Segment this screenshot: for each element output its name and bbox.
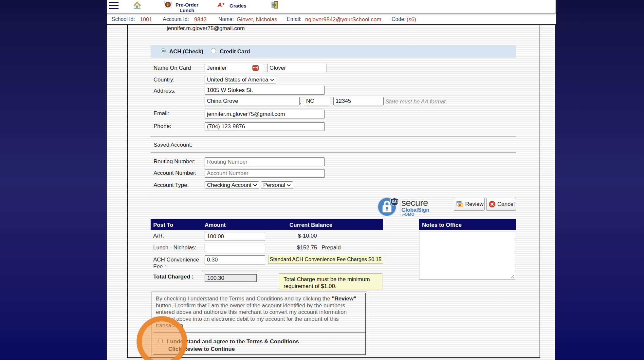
svg-text:SSL: SSL: [392, 200, 399, 204]
svg-text:GMO: GMO: [405, 212, 414, 217]
svg-text:secure: secure: [401, 198, 428, 208]
